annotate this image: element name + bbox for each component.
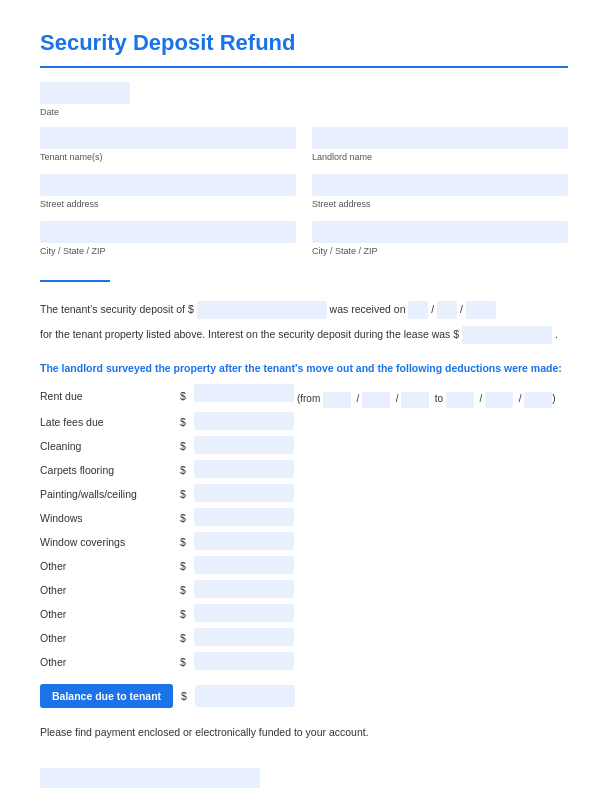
deduction-amount-cell: [194, 410, 568, 434]
dollar-sign: $: [180, 434, 194, 458]
deduction-amount-cell: (from / / to / / ): [194, 382, 568, 409]
deduction-label: Other: [40, 626, 180, 650]
received-day-field[interactable]: [437, 301, 457, 319]
deduction-label: Window coverings: [40, 530, 180, 554]
deduction-label: Late fees due: [40, 410, 180, 434]
landlord-name-label: Landlord name: [312, 152, 568, 162]
deduction-amount-cell: [194, 602, 568, 626]
deduction-row: Rent due $ (from / / to / / ): [40, 382, 568, 409]
deduction-amount-field[interactable]: [194, 484, 294, 502]
deduction-row: Painting/walls/ceiling $: [40, 482, 568, 506]
balance-row: Balance due to tenant $: [40, 684, 568, 708]
deductions-heading: The landlord surveyed the property after…: [40, 362, 568, 374]
deduction-amount-field[interactable]: [194, 412, 294, 430]
tenant-street-label: Street address: [40, 199, 296, 209]
deduction-amount-cell: [194, 578, 568, 602]
dollar-sign: $: [180, 458, 194, 482]
deduction-label: Other: [40, 578, 180, 602]
tenant-street-field[interactable]: [40, 174, 296, 196]
dollar-sign: $: [180, 554, 194, 578]
deduction-amount-field[interactable]: [194, 460, 294, 478]
deduction-amount-field[interactable]: [194, 628, 294, 646]
tenant-name-field[interactable]: [40, 127, 296, 149]
deposit-paragraph: The tenant's security deposit of $ was r…: [40, 300, 568, 319]
dollar-sign: $: [180, 410, 194, 434]
deposit-amount-field[interactable]: [197, 301, 327, 319]
to-year-field[interactable]: [524, 392, 552, 408]
landlord-city-label: City / State / ZIP: [312, 246, 568, 256]
deduction-amount-cell: [194, 626, 568, 650]
interest-amount-field[interactable]: [462, 326, 552, 344]
deduction-label: Other: [40, 650, 180, 674]
deduction-amount-cell: [194, 650, 568, 674]
dollar-sign: $: [180, 602, 194, 626]
balance-dollar-sign: $: [181, 690, 187, 702]
body-text-2: was received on: [330, 303, 406, 315]
from-to-label: (from / / to / / ): [297, 393, 556, 404]
balance-amount-field[interactable]: [195, 685, 295, 707]
tenant-city-field[interactable]: [40, 221, 296, 243]
deduction-row: Window coverings $: [40, 530, 568, 554]
deduction-amount-field[interactable]: [194, 436, 294, 454]
deduction-row: Other $: [40, 578, 568, 602]
body-text-3: for the tenant property listed above. In…: [40, 328, 459, 340]
dollar-sign: $: [180, 578, 194, 602]
deduction-label: Windows: [40, 506, 180, 530]
deduction-label: Cleaning: [40, 434, 180, 458]
payment-text: Please find payment enclosed or electron…: [40, 726, 568, 738]
dollar-sign: $: [180, 482, 194, 506]
section-divider: [40, 280, 110, 282]
from-year-field[interactable]: [401, 392, 429, 408]
landlord-city-field[interactable]: [312, 221, 568, 243]
dollar-sign: $: [180, 530, 194, 554]
received-month-field[interactable]: [408, 301, 428, 319]
deduction-row: Cleaning $: [40, 434, 568, 458]
to-day-field[interactable]: [485, 392, 513, 408]
deduction-amount-field[interactable]: [194, 580, 294, 598]
deduction-amount-cell: [194, 434, 568, 458]
dollar-sign: $: [180, 650, 194, 674]
deduction-amount-field[interactable]: [194, 652, 294, 670]
to-month-field[interactable]: [446, 392, 474, 408]
date-label: Date: [40, 107, 568, 117]
deduction-row: Other $: [40, 554, 568, 578]
deduction-amount-cell: [194, 530, 568, 554]
landlord-name-field[interactable]: [312, 127, 568, 149]
deduction-row: Carpets flooring $: [40, 458, 568, 482]
dollar-sign: $: [180, 506, 194, 530]
deduction-amount-field[interactable]: [194, 384, 294, 402]
landlord-street-field[interactable]: [312, 174, 568, 196]
deduction-amount-cell: [194, 458, 568, 482]
date-field[interactable]: [40, 82, 130, 104]
received-year-field[interactable]: [466, 301, 496, 319]
deduction-amount-field[interactable]: [194, 556, 294, 574]
deduction-row: Other $: [40, 626, 568, 650]
deduction-label: Painting/walls/ceiling: [40, 482, 180, 506]
dollar-sign: $: [180, 382, 194, 409]
deduction-row: Late fees due $: [40, 410, 568, 434]
deduction-label: Rent due: [40, 382, 180, 409]
deduction-row: Other $: [40, 650, 568, 674]
deduction-label: Other: [40, 554, 180, 578]
deduction-label: Other: [40, 602, 180, 626]
tenant-name-label: Tenant name(s): [40, 152, 296, 162]
from-month-field[interactable]: [323, 392, 351, 408]
deduction-amount-field[interactable]: [194, 508, 294, 526]
interest-paragraph: for the tenant property listed above. In…: [40, 325, 568, 344]
deduction-amount-field[interactable]: [194, 604, 294, 622]
page-title: Security Deposit Refund: [40, 30, 568, 56]
deduction-amount-cell: [194, 554, 568, 578]
tenant-city-label: City / State / ZIP: [40, 246, 296, 256]
deduction-label: Carpets flooring: [40, 458, 180, 482]
deduction-amount-cell: [194, 482, 568, 506]
balance-due-button[interactable]: Balance due to tenant: [40, 684, 173, 708]
deduction-amount-cell: [194, 506, 568, 530]
deduction-amount-field[interactable]: [194, 532, 294, 550]
body-text-1: The tenant's security deposit of $: [40, 303, 194, 315]
deductions-table: Rent due $ (from / / to / / ) Late fees …: [40, 382, 568, 673]
landlord-street-label: Street address: [312, 199, 568, 209]
signature-field[interactable]: [40, 768, 260, 788]
deduction-row: Other $: [40, 602, 568, 626]
from-day-field[interactable]: [362, 392, 390, 408]
title-divider: [40, 66, 568, 68]
